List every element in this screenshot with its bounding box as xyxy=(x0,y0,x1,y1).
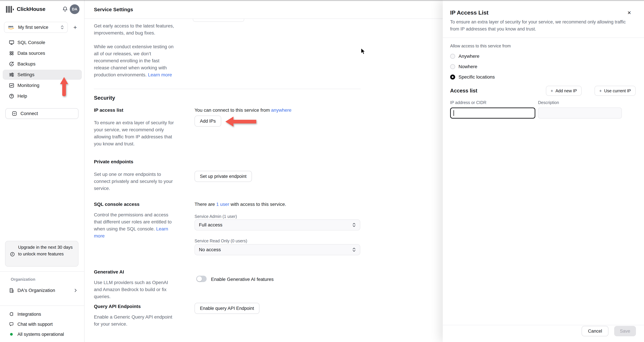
generative-ai-toggle-label: Enable Generative AI features xyxy=(211,277,274,282)
sql-console-access-title: SQL console access xyxy=(94,202,140,207)
sidebar-item-label: SQL Console xyxy=(18,40,45,45)
ip-access-list-description: To ensure an extra layer of security for… xyxy=(94,119,175,147)
upgrade-notice[interactable]: Upgrade in the next 30 days to unlock mo… xyxy=(5,241,78,267)
add-new-ip-button[interactable]: +Add new IP xyxy=(546,86,582,96)
generative-ai-toggle[interactable] xyxy=(196,276,206,282)
drawer-title: IP Access List xyxy=(450,9,488,16)
add-service-button[interactable]: + xyxy=(71,23,79,31)
description-input[interactable] xyxy=(538,108,622,119)
clock-icon xyxy=(10,252,15,257)
sidebar-item-help[interactable]: Help xyxy=(3,91,82,101)
brand-name: ClickHouse xyxy=(17,6,45,12)
connect-label: Connect xyxy=(20,111,38,116)
sidebar-item-sql-console[interactable]: SQL Console xyxy=(3,37,82,48)
backups-history-icon xyxy=(9,61,14,67)
service-admin-select[interactable]: Full access xyxy=(194,219,360,230)
sidebar-item-integrations[interactable]: Integrations xyxy=(3,310,82,319)
description-field-label: Description xyxy=(538,100,559,105)
service-readonly-label: Service Read Only (0 users) xyxy=(194,238,247,243)
generative-ai-title: Generative AI xyxy=(94,269,124,275)
ip-access-list-drawer: IP Access List ✕ To ensure an extra laye… xyxy=(443,0,644,342)
private-endpoints-title: Private endpoints xyxy=(94,159,133,165)
data-sources-icon xyxy=(9,50,14,56)
fast-release-description: Get early access to the latest features,… xyxy=(94,22,175,78)
fast-release-p2: While we conduct extensive testing on al… xyxy=(94,43,175,78)
sidebar-item-label: Settings xyxy=(18,72,34,77)
organization-switcher[interactable]: DA's Organization xyxy=(3,286,82,295)
connect-button[interactable]: Connect xyxy=(5,108,78,119)
service-readonly-select[interactable]: No access xyxy=(194,244,360,255)
learn-more-link[interactable]: Learn more xyxy=(148,72,172,77)
brand-row: ClickHouse DA xyxy=(0,0,84,19)
sidebar-item-data-sources[interactable]: Data sources xyxy=(3,48,82,58)
integrations-label: Integrations xyxy=(18,312,41,317)
radio-anywhere[interactable]: Anywhere xyxy=(450,53,480,60)
ip-access-list-title: IP access list xyxy=(94,108,123,113)
ip-address-input-wrap xyxy=(450,108,535,119)
status-label: All systems operational xyxy=(18,332,64,337)
private-endpoints-description: Set up one or more endpoints to connect … xyxy=(94,171,177,192)
annotation-arrow-up xyxy=(60,77,68,96)
service-admin-label: Service Admin (1 user) xyxy=(194,214,237,219)
query-api-description: Enable a Generic Query API endpoint for … xyxy=(94,314,177,328)
system-status[interactable]: All systems operational xyxy=(3,330,82,339)
toggle-knob xyxy=(197,276,202,281)
app-window: ClickHouse DA aws My first service + xyxy=(0,0,644,342)
sidebar-item-label: Backups xyxy=(18,61,36,67)
radio-circle-icon xyxy=(450,54,455,59)
allow-access-label: Allow access to this service from xyxy=(450,43,511,48)
chat-support-label: Chat with support xyxy=(18,322,53,327)
sidebar-item-label: Help xyxy=(18,93,27,99)
sidebar-item-label: Monitoring xyxy=(18,83,40,88)
radio-nowhere[interactable]: Nowhere xyxy=(450,63,477,70)
sidebar: ClickHouse DA aws My first service + xyxy=(0,0,84,342)
sidebar-item-settings[interactable]: Settings xyxy=(3,70,82,80)
sidebar-item-backups[interactable]: Backups xyxy=(3,59,82,69)
sidebar-item-chat-support[interactable]: Chat with support xyxy=(3,320,82,329)
ip-access-status: You can connect to this service from any… xyxy=(194,108,292,113)
service-selector[interactable]: aws My first service xyxy=(4,22,68,33)
page-title: Service Settings xyxy=(94,7,133,12)
add-ips-button[interactable]: Add IPs xyxy=(194,116,221,127)
organization-name: DA's Organization xyxy=(18,288,74,293)
one-user-link[interactable]: 1 user xyxy=(216,202,229,207)
chevron-right-icon xyxy=(74,288,77,292)
anywhere-link[interactable]: anywhere xyxy=(271,108,292,113)
save-button[interactable]: Save xyxy=(614,326,636,336)
text-caret xyxy=(454,110,454,116)
chevron-up-down-icon xyxy=(352,247,356,252)
user-avatar[interactable]: DA xyxy=(70,4,80,14)
sql-console-icon xyxy=(9,40,14,45)
sidebar-item-label: Data sources xyxy=(18,51,45,56)
use-current-ip-button[interactable]: +Use current IP xyxy=(594,86,636,96)
fast-release-select-partial[interactable] xyxy=(193,19,244,22)
close-icon[interactable]: ✕ xyxy=(625,9,633,17)
enable-query-api-button[interactable]: Enable query API Endpoint xyxy=(194,303,260,314)
sql-console-access-description: Control the permissions and access that … xyxy=(94,211,177,239)
connect-icon xyxy=(12,111,17,116)
upgrade-notice-text: Upgrade in the next 30 days to unlock mo… xyxy=(18,244,75,264)
sidebar-divider xyxy=(0,306,84,306)
sidebar-divider xyxy=(0,271,84,272)
status-green-dot-icon xyxy=(10,333,13,336)
query-api-endpoints-title: Query API Endpoints xyxy=(94,304,141,309)
service-selector-value: My first service xyxy=(18,25,60,30)
ip-address-field-label: IP address or CIDR xyxy=(450,100,486,105)
sidebar-item-monitoring[interactable]: Monitoring xyxy=(3,80,82,90)
sql-console-users-status: There are 1 user with access to this ser… xyxy=(194,202,286,207)
svg-text:aws: aws xyxy=(8,25,14,28)
help-icon xyxy=(9,93,14,99)
organization-section-label: Organization xyxy=(11,277,36,282)
ip-address-input[interactable] xyxy=(450,108,535,119)
setup-private-endpoint-button[interactable]: Set up private endpoint xyxy=(194,171,252,182)
plus-icon: + xyxy=(599,88,602,93)
chat-bubble-icon xyxy=(9,322,14,327)
radio-circle-icon xyxy=(450,64,455,69)
clickhouse-logo-icon xyxy=(6,6,15,13)
security-section-heading: Security xyxy=(94,95,115,101)
cancel-button[interactable]: Cancel xyxy=(582,326,608,336)
section-divider xyxy=(94,89,360,89)
radio-circle-selected-icon xyxy=(450,75,455,80)
notifications-bell-icon[interactable] xyxy=(62,6,69,13)
radio-specific-locations[interactable]: Specific locations xyxy=(450,74,495,80)
